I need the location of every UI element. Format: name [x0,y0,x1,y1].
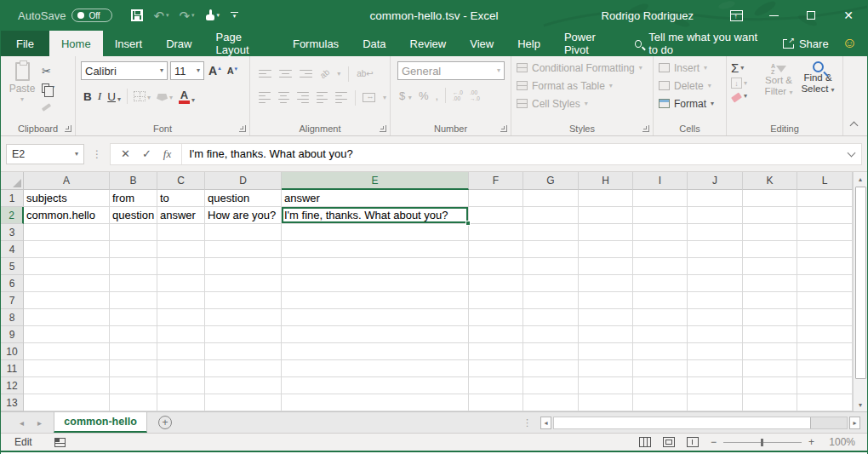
minimize-button[interactable] [755,0,792,31]
borders-button[interactable]: ▾ [134,91,151,101]
cell-B10[interactable] [110,343,157,360]
cell-D2[interactable]: How are you? [205,207,282,224]
cell-C1[interactable]: to [157,190,205,207]
cell-B9[interactable] [110,326,157,343]
cell-J9[interactable] [688,326,743,343]
cell-K10[interactable] [743,343,797,360]
cell-styles-button[interactable]: Cell Styles▾ [517,95,651,112]
page-layout-view-button[interactable] [663,437,675,447]
cell-B12[interactable] [110,377,157,394]
increase-decimal-button[interactable]: ←.0.00 [453,89,463,101]
paste-button[interactable]: Paste ▾ [3,59,42,122]
zoom-level[interactable]: 100% [826,436,855,448]
cell-F10[interactable] [469,343,523,360]
cell-L11[interactable] [797,360,853,377]
tab-data[interactable]: Data [351,31,397,56]
column-header-F[interactable]: F [469,172,523,190]
cell-L13[interactable] [797,394,853,411]
tab-insert[interactable]: Insert [103,31,155,56]
undo-button[interactable]: ↶▾ [150,8,172,24]
cell-I10[interactable] [633,343,688,360]
autosave-toggle[interactable]: AutoSave Off [18,9,112,22]
cell-H1[interactable] [579,190,633,207]
row-header-2[interactable]: 2 [1,207,24,224]
cell-D13[interactable] [205,394,282,411]
cell-C7[interactable] [157,292,205,309]
cell-L6[interactable] [797,275,853,292]
cell-I3[interactable] [633,224,688,241]
copy-button[interactable]: ▾ [42,82,54,94]
align-middle-button[interactable] [279,70,292,78]
row-header-5[interactable]: 5 [1,258,24,275]
cell-I11[interactable] [633,360,688,377]
cell-E8[interactable] [282,309,469,326]
row-header-4[interactable]: 4 [1,241,24,258]
cell-D7[interactable] [205,292,282,309]
tab-help[interactable]: Help [505,31,552,56]
decrease-font-size-button[interactable]: A▾ [226,66,239,76]
formula-input[interactable]: I'm fine, thanks. What about you? [182,147,841,160]
expand-formula-bar-button[interactable] [841,152,861,156]
cell-I6[interactable] [633,275,688,292]
orientation-button[interactable]: ab [318,67,332,81]
cell-A5[interactable] [24,258,110,275]
tab-formulas[interactable]: Formulas [281,31,351,56]
new-sheet-button[interactable]: + [147,412,183,433]
cell-J13[interactable] [688,394,743,411]
font-dialog-launcher-icon[interactable] [239,125,246,132]
wrap-text-button[interactable]: ab↩ [357,69,374,78]
row-header-12[interactable]: 12 [1,377,24,394]
insert-cells-button[interactable]: Insert▾ [659,59,724,77]
next-sheet-icon[interactable]: ▸ [37,418,42,428]
cell-K13[interactable] [743,394,797,411]
cell-I1[interactable] [633,190,688,207]
cell-J11[interactable] [688,360,743,377]
cell-D8[interactable] [205,309,282,326]
cell-H7[interactable] [579,292,633,309]
align-left-button[interactable] [259,92,271,104]
cell-F6[interactable] [469,275,523,292]
cell-C5[interactable] [157,258,205,275]
cell-F2[interactable] [469,207,523,224]
cell-K8[interactable] [743,309,797,326]
cell-E4[interactable] [282,241,469,258]
cell-G11[interactable] [523,360,579,377]
comma-button[interactable]: , [435,89,438,102]
cell-L1[interactable] [797,190,853,207]
cell-L4[interactable] [797,241,853,258]
touch-mouse-mode-button[interactable]: ▾ [202,8,224,23]
close-button[interactable]: ✕ [830,0,867,31]
row-header-6[interactable]: 6 [1,275,24,292]
cell-B5[interactable] [110,258,157,275]
percent-button[interactable]: % [419,89,429,102]
cell-E12[interactable] [282,377,469,394]
row-header-8[interactable]: 8 [1,309,24,326]
cell-G6[interactable] [523,275,579,292]
tab-power-pivot[interactable]: Power Pivot [552,31,626,56]
cell-G8[interactable] [523,309,579,326]
cell-F13[interactable] [469,394,523,411]
scroll-left-icon[interactable]: ◂ [540,417,551,429]
cell-A7[interactable] [24,292,110,309]
align-center-button[interactable] [278,92,290,104]
prev-sheet-icon[interactable]: ◂ [20,418,24,428]
cell-K2[interactable] [743,207,797,224]
conditional-formatting-button[interactable]: Conditional Formatting▾ [517,59,651,77]
cell-I5[interactable] [633,258,688,275]
customize-qat-button[interactable]: ▾ [226,10,243,20]
cell-C9[interactable] [157,326,205,343]
cell-H8[interactable] [579,309,633,326]
column-header-I[interactable]: I [633,172,688,190]
increase-font-size-button[interactable]: A▴ [207,65,223,77]
cell-G12[interactable] [523,377,579,394]
styles-dialog-launcher-icon[interactable] [642,125,649,132]
cell-B11[interactable] [110,360,157,377]
cell-I12[interactable] [633,377,688,394]
cell-J12[interactable] [688,377,743,394]
cell-C4[interactable] [157,241,205,258]
cell-B6[interactable] [110,275,157,292]
cell-A9[interactable] [24,326,110,343]
zoom-slider-thumb[interactable] [761,439,763,446]
cell-D9[interactable] [205,326,282,343]
cell-G13[interactable] [523,394,579,411]
